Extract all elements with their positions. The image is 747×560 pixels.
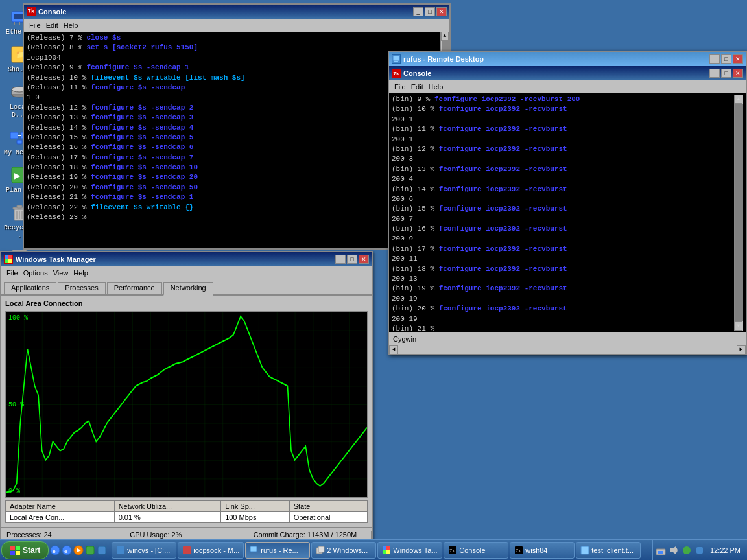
start-button[interactable]: Start [1,541,49,559]
tray-volume-icon[interactable] [669,545,679,555]
col-utilization[interactable]: Network Utiliza... [114,501,220,512]
ql-ie2-icon[interactable]: e [62,545,72,555]
taskbar-item-console[interactable]: 7k Console [444,542,508,559]
tm-menu-help[interactable]: Help [73,269,88,277]
col-adapter[interactable]: Adapter Name [6,501,115,512]
taskbar-item-rufus[interactable]: rufus - Re... [245,542,310,559]
network-graph-svg [6,312,367,497]
iocpsock-icon [182,546,191,555]
tm-menu-view[interactable]: View [53,269,69,277]
task-manager-titlebar: Windows Task Manager _ □ ✕ [1,252,372,266]
remote-console-text: (bin) 9 % fconfigure iocp2392 -recvburst… [392,95,734,331]
svg-rect-18 [17,205,22,208]
col-linkspeed[interactable]: Link Sp... [221,501,290,512]
menu-help[interactable]: Help [64,21,78,29]
rc-close[interactable]: ✕ [733,69,743,78]
rc-line: (bin) 19 % fconfigure iocp2392 -recvburs… [392,284,734,294]
svg-rect-46 [117,546,124,554]
svg-rect-59 [581,546,589,554]
tray-network-icon[interactable] [656,545,666,555]
tab-processes[interactable]: Processes [58,282,105,294]
svg-rect-33 [394,61,398,62]
console-line: (Release) 23 % [27,213,438,222]
cell-adapter: Local Area Con... [6,512,115,523]
task-manager-controls: _ □ ✕ [335,255,369,264]
close-button[interactable]: ✕ [436,7,447,16]
svg-rect-51 [383,546,386,550]
rc-line: 200 9 [392,234,734,244]
rd-close[interactable]: ✕ [733,54,743,64]
rc-line: 200 1 [392,135,734,145]
graph-label-0: 0 % [8,487,20,495]
taskbar-item-wincvs[interactable]: wincvs - [C:... [112,542,176,559]
taskbar-item-2windows[interactable]: 2 Windows... [311,542,376,559]
console-line: (Release) 8 % set s [socket2 rufus 5150] [27,43,438,52]
svg-rect-53 [383,550,386,554]
ql-extra-icon[interactable] [85,545,95,555]
tray-extra2-icon[interactable] [694,545,705,555]
ql-extra2-icon[interactable] [97,545,107,555]
tm-close[interactable]: ✕ [359,255,369,264]
table-row: Local Area Con... 0.01 % 100 Mbps Operat… [6,512,368,523]
wish84-icon: 7k [514,546,523,555]
taskbar-item-rufus-label: rufus - Re... [261,546,298,554]
rc-maximize[interactable]: □ [721,69,731,78]
remote-desktop-titlebar: rufus - Remote Desktop _ □ ✕ [389,52,746,66]
rc-menu-edit[interactable]: Edit [411,83,423,91]
maximize-button[interactable]: □ [425,7,435,16]
taskbar-item-iocpsock[interactable]: iocpsock - M... [178,542,244,559]
cell-state: Operational [289,512,367,523]
rc-line: (bin) 20 % fconfigure iocp2392 -recvburs… [392,304,734,314]
taskbar-item-wish84[interactable]: 7k wish84 [510,542,575,559]
ql-media-icon[interactable] [73,545,84,555]
clock: 12:22 PM [707,546,743,554]
graph-label-50: 50 % [8,401,24,408]
tm-minimize[interactable]: _ [335,255,346,264]
menu-file[interactable]: File [29,21,41,29]
tray-extra1-icon[interactable] [682,545,692,555]
svg-rect-54 [386,550,390,554]
tab-applications[interactable]: Applications [4,282,56,294]
rc-line: (bin) 16 % fconfigure iocp2392 -recvburs… [392,224,734,234]
col-state[interactable]: State [289,501,367,512]
svg-rect-27 [8,255,12,259]
console-window-left: 7k Console _ □ ✕ File Edit Help (Release… [23,3,451,250]
status-processes: Processes: 24 [1,531,124,539]
rd-maximize[interactable]: □ [721,54,731,64]
console-line: (Release) 16 % fconfigure $s -sendcap 6 [27,143,438,152]
console-line: (Release) 7 % close $s [27,33,438,43]
rc-line: 200 1 [392,115,734,124]
rd-minimize[interactable]: _ [709,54,720,64]
remote-console-content: (bin) 9 % fconfigure iocp2392 -recvburst… [389,93,746,332]
console-line: (Release) 20 % fconfigure $s -sendcap 50 [27,183,438,192]
console-line: (Release) 14 % fconfigure $s -sendcap 4 [27,123,438,133]
network-table: Adapter Name Network Utiliza... Link Sp.… [5,500,368,523]
tab-networking[interactable]: Networking [163,282,213,296]
svg-rect-36 [10,551,15,555]
svg-rect-13 [17,140,22,144]
cell-linkspeed: 100 Mbps [221,512,290,523]
remote-console-scrollbar[interactable]: ▲ ▼ [734,95,743,331]
tm-menu-options[interactable]: Options [23,269,48,277]
svg-rect-29 [8,259,12,263]
rc-line: (bin) 21 % [392,324,734,331]
rc-minimize[interactable]: _ [709,69,720,78]
console-line: (Release) 9 % fconfigure $s -sendcap 1 [27,63,438,73]
rc-menu-help[interactable]: Help [429,83,444,91]
minimize-button[interactable]: _ [413,7,423,16]
rc-menu-file[interactable]: File [394,83,406,91]
taskbar-item-testclient[interactable]: test_client.t... [576,542,641,559]
menu-edit[interactable]: Edit [46,21,58,29]
taskbar-item-windowstask[interactable]: Windows Ta... [377,542,442,559]
console-left-content: (Release) 7 % close $s (Release) 8 % set… [24,32,440,248]
taskbar-item-testclient-label: test_client.t... [591,546,634,554]
tm-maximize[interactable]: □ [347,255,357,264]
remote-console-icon: 7k [392,69,401,78]
remote-scrollbar[interactable]: ◀ ▶ [389,345,746,354]
tab-performance[interactable]: Performance [107,282,162,294]
ql-ie-icon[interactable]: e [50,545,60,555]
remote-desktop-controls: _ □ ✕ [709,54,743,64]
rc-line: 200 3 [392,154,734,164]
tm-menu-file[interactable]: File [6,269,18,277]
console-left-menubar: File Edit Help [24,19,449,32]
